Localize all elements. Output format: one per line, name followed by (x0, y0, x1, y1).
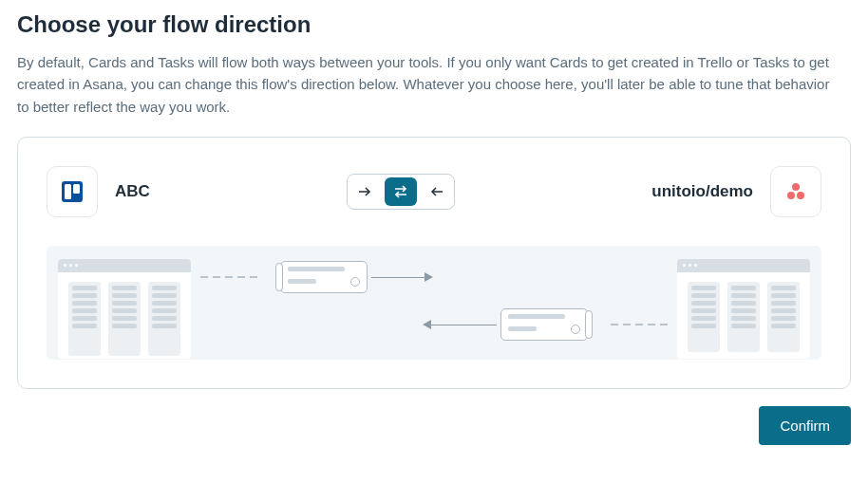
diagram-card-incoming (500, 308, 588, 341)
diagram-arrow-left-line (430, 325, 497, 325)
direction-left-button[interactable] (420, 177, 454, 206)
svg-point-7 (792, 183, 800, 191)
diagram-right-board (677, 259, 810, 359)
asana-icon (770, 166, 821, 217)
right-tool: unitoio/demo (651, 166, 821, 217)
svg-point-9 (797, 192, 804, 199)
trello-icon (47, 166, 98, 217)
tool-row: ABC (47, 166, 821, 217)
flow-diagram (47, 246, 821, 360)
direction-picker (347, 174, 455, 210)
svg-point-8 (787, 192, 795, 199)
svg-rect-2 (73, 184, 80, 194)
page-title: Choose your flow direction (17, 11, 851, 38)
diagram-arrow-left-head (423, 320, 431, 329)
left-tool-label: ABC (115, 182, 150, 201)
confirm-button[interactable]: Confirm (759, 406, 851, 445)
direction-both-button[interactable] (385, 177, 417, 206)
diagram-dashes-right (611, 324, 668, 325)
arrow-left-icon (429, 184, 444, 199)
footer: Confirm (17, 406, 851, 445)
arrow-right-icon (357, 184, 372, 199)
diagram-arrow-right-head (425, 272, 433, 282)
flow-panel: ABC (17, 137, 851, 389)
diagram-left-board (58, 259, 191, 359)
diagram-card-outgoing (280, 261, 368, 293)
arrow-swap-icon (392, 183, 409, 200)
diagram-arrow-right-line (371, 277, 426, 278)
right-tool-label: unitoio/demo (651, 182, 753, 201)
left-tool: ABC (47, 166, 150, 217)
diagram-dashes-left (200, 276, 257, 278)
svg-rect-1 (65, 184, 71, 199)
direction-right-button[interactable] (348, 177, 382, 206)
page-description: By default, Cards and Tasks will flow bo… (17, 51, 843, 118)
